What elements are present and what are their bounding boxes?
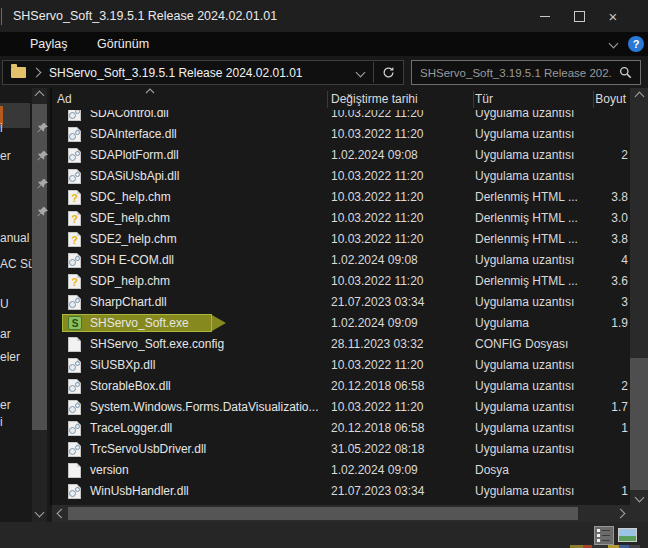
file-name[interactable]: SiUSBXp.dll: [90, 355, 155, 376]
file-row[interactable]: SSHServo_Soft.exe1.02.2024 09:09Uygulama…: [52, 313, 630, 334]
file-name[interactable]: SHServo_Soft.exe: [90, 313, 189, 334]
file-row[interactable]: ?SDC_help.chm10.03.2022 11:20Derlenmiş H…: [52, 187, 630, 208]
address-dropdown-icon[interactable]: [356, 68, 366, 78]
sort-ascending-icon: [145, 88, 155, 94]
file-row[interactable]: SHServo_Soft.exe.config28.11.2023 03:32C…: [52, 334, 630, 355]
breadcrumb-chevron-icon[interactable]: [32, 68, 42, 78]
maximize-button[interactable]: [562, 0, 596, 32]
file-name[interactable]: SDC_help.chm: [90, 187, 171, 208]
file-name[interactable]: StorableBox.dll: [90, 376, 171, 397]
address-bar[interactable]: SHServo_Soft_3.19.5.1 Release 2024.02.01…: [2, 60, 404, 85]
search-box[interactable]: SHServo_Soft_3.19.5.1 Release 202...: [411, 60, 641, 85]
sidebar-item-label[interactable]: eler: [0, 350, 20, 364]
file-row[interactable]: SDH E-COM.dll1.02.2024 09:08Uygulama uza…: [52, 250, 630, 271]
file-name[interactable]: SDAControl.dll: [90, 110, 169, 124]
file-name[interactable]: System.Windows.Forms.DataVisualizatio...: [90, 397, 319, 418]
dll-file-icon: [68, 484, 81, 499]
file-name[interactable]: SDH E-COM.dll: [90, 250, 174, 271]
tab-view[interactable]: Görünüm: [97, 32, 149, 56]
file-name[interactable]: SDP_help.chm: [90, 271, 170, 292]
file-row[interactable]: StorableBox.dll20.12.2018 06:58Uygulama …: [52, 376, 630, 397]
file-icon: [68, 337, 81, 352]
chm-help-file-icon: ?: [68, 190, 81, 205]
file-name[interactable]: SDASiUsbApi.dll: [90, 166, 179, 187]
file-type: Uygulama uzantısı: [475, 145, 574, 166]
thumbnail-view-button[interactable]: [618, 528, 637, 542]
sidebar-item-label[interactable]: U: [0, 297, 9, 311]
sidebar-item-label[interactable]: ar: [0, 327, 11, 341]
help-icon[interactable]: ?: [628, 36, 644, 52]
exe-application-icon: S: [68, 316, 82, 330]
file-size: 1.7: [611, 397, 628, 418]
column-divider[interactable]: [593, 91, 594, 108]
details-view-button[interactable]: [594, 526, 614, 545]
file-row[interactable]: TraceLogger.dll20.12.2018 06:58Uygulama …: [52, 418, 630, 439]
file-row[interactable]: SDAInterface.dll10.03.2022 11:20Uygulama…: [52, 124, 630, 145]
file-row[interactable]: System.Windows.Forms.DataVisualizatio...…: [52, 397, 630, 418]
file-row[interactable]: ?SDE_help.chm10.03.2022 11:20Derlenmiş H…: [52, 208, 630, 229]
file-row[interactable]: TrcServoUsbDriver.dll31.05.2022 08:18Uyg…: [52, 439, 630, 460]
minimize-button[interactable]: [528, 0, 562, 32]
column-header-name[interactable]: Ad: [57, 88, 72, 110]
sidebar-item-label[interactable]: AC Sü: [0, 257, 35, 271]
file-row[interactable]: SiUSBXp.dll10.03.2022 11:20Uygulama uzan…: [52, 355, 630, 376]
file-name[interactable]: SDAPlotForm.dll: [90, 145, 179, 166]
column-divider[interactable]: [327, 91, 328, 108]
file-name[interactable]: SDE_help.chm: [90, 208, 170, 229]
file-list: SDAControl.dll10.03.2022 11:20Uygulama u…: [52, 110, 630, 503]
file-name[interactable]: TraceLogger.dll: [90, 418, 172, 439]
sidebar-item-label[interactable]: i: [0, 415, 3, 429]
file-name[interactable]: TrcServoUsbDriver.dll: [90, 439, 206, 460]
file-date: 10.03.2022 11:20: [331, 229, 424, 250]
breadcrumb[interactable]: SHServo_Soft_3.19.5.1 Release 2024.02.01…: [49, 66, 353, 80]
file-row[interactable]: WinUsbHandler.dll21.07.2023 03:34Uygulam…: [52, 481, 630, 502]
file-row[interactable]: SharpChart.dll21.07.2023 03:34Uygulama u…: [52, 292, 630, 313]
folder-icon: [11, 67, 26, 78]
file-name[interactable]: SDAInterface.dll: [90, 124, 177, 145]
pin-icon: [36, 150, 49, 163]
horizontal-scrollbar-thumb[interactable]: [68, 507, 578, 520]
sidebar-item-label[interactable]: i: [0, 121, 3, 135]
column-divider[interactable]: [473, 91, 474, 108]
refresh-icon[interactable]: [382, 66, 395, 79]
file-row[interactable]: version1.02.2024 09:09Dosya: [52, 460, 630, 481]
dll-file-icon: [68, 253, 81, 268]
scrollbar-corner: [630, 505, 648, 522]
file-name[interactable]: version: [90, 460, 129, 481]
search-icon[interactable]: [619, 66, 632, 79]
file-row[interactable]: SDAControl.dll10.03.2022 11:20Uygulama u…: [52, 110, 630, 124]
file-size: 1: [621, 481, 628, 502]
sidebar-item-label[interactable]: anual: [0, 231, 29, 245]
window-title: SHServo_Soft_3.19.5.1 Release 2024.02.01…: [13, 0, 277, 32]
column-header-size[interactable]: Boyut: [595, 88, 626, 110]
file-size: 3.8: [611, 229, 628, 250]
file-name[interactable]: SDE2_help.chm: [90, 229, 177, 250]
dll-file-icon: [68, 148, 81, 163]
file-name[interactable]: SHServo_Soft.exe.config: [90, 334, 224, 355]
file-row[interactable]: ?SDE2_help.chm10.03.2022 11:20Derlenmiş …: [52, 229, 630, 250]
file-date: 10.03.2022 11:20: [331, 110, 424, 124]
search-input[interactable]: SHServo_Soft_3.19.5.1 Release 202...: [420, 67, 611, 79]
column-header-type[interactable]: Tür: [475, 88, 493, 110]
file-type: Derlenmiş HTML ...: [475, 208, 578, 229]
ribbon-collapse-icon[interactable]: [609, 39, 619, 49]
sidebar-item-label[interactable]: er: [0, 149, 11, 163]
file-row[interactable]: SDASiUsbApi.dll10.03.2022 11:20Uygulama …: [52, 166, 630, 187]
sidebar-item-label[interactable]: er: [0, 398, 11, 412]
nav-selected-item[interactable]: [0, 103, 30, 128]
file-size: 3.8: [611, 187, 628, 208]
file-date: 21.07.2023 03:34: [331, 481, 424, 502]
dll-file-icon: [68, 400, 81, 415]
file-date: 10.03.2022 11:20: [331, 208, 424, 229]
file-row[interactable]: SDAPlotForm.dll1.02.2024 09:08Uygulama u…: [52, 145, 630, 166]
file-name[interactable]: SharpChart.dll: [90, 292, 167, 313]
file-type: Derlenmiş HTML ...: [475, 187, 578, 208]
close-button[interactable]: ×: [596, 0, 630, 32]
column-header-date[interactable]: Değiştirme tarihi: [331, 88, 418, 110]
file-icon: [68, 463, 81, 478]
vertical-scrollbar-thumb[interactable]: [630, 358, 648, 490]
file-row[interactable]: ?SDP_help.chm10.03.2022 11:20Derlenmiş H…: [52, 271, 630, 292]
file-name[interactable]: WinUsbHandler.dll: [90, 481, 189, 502]
file-type: Uygulama uzantısı: [475, 481, 574, 502]
tab-share[interactable]: Paylaş: [30, 32, 68, 56]
